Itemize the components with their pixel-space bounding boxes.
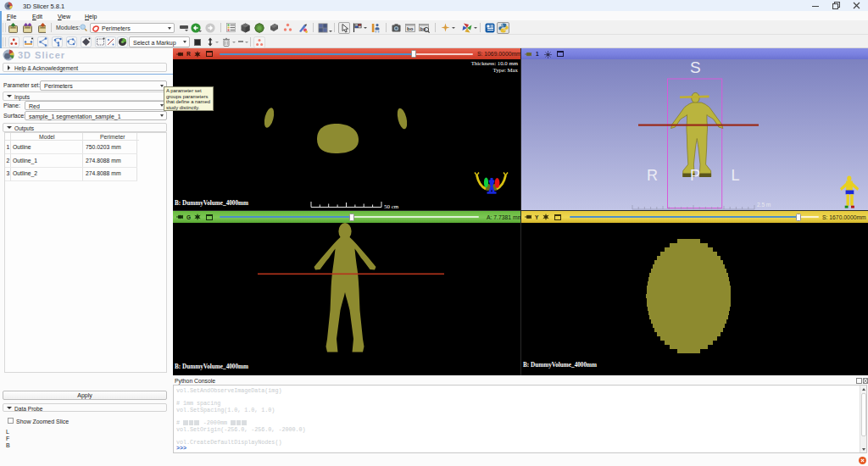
svg-text:50 cm: 50 cm <box>384 203 399 210</box>
svg-text:L: L <box>732 167 740 184</box>
svg-text:B: DummyVolume_4000mm: B: DummyVolume_4000mm <box>175 363 248 370</box>
svg-text:P: P <box>690 167 700 184</box>
svg-text:R: R <box>647 167 658 184</box>
svg-text:S: S <box>690 58 701 76</box>
svg-text:bo: bo <box>407 26 414 31</box>
svg-text:2.5 m: 2.5 m <box>757 202 771 208</box>
svg-text:bo: bo <box>420 25 426 31</box>
svg-text:B: DummyVolume_4000mm: B: DummyVolume_4000mm <box>175 200 248 207</box>
